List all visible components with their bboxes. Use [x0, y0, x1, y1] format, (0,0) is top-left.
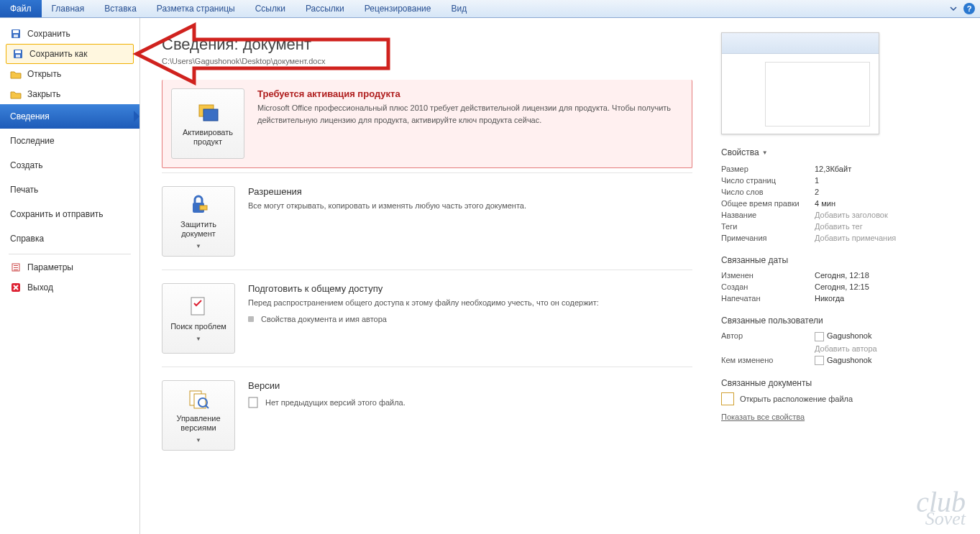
prop-words: Число слов2 — [721, 186, 966, 198]
sidebar-tab-help[interactable]: Справка — [0, 226, 139, 251]
dropdown-icon: ▼ — [762, 149, 768, 156]
open-file-location-label: Открыть расположение файла — [740, 395, 853, 403]
sidebar-open[interactable]: Открыть — [0, 64, 139, 84]
exit-icon — [10, 282, 22, 293]
svg-rect-1 — [13, 30, 19, 33]
tab-insert[interactable]: Вставка — [94, 0, 147, 17]
backstage-main: Сведения: документ C:\Users\Gagushonok\D… — [140, 18, 980, 534]
properties-heading[interactable]: Свойства ▼ — [721, 147, 966, 157]
sidebar-options-label: Параметры — [27, 262, 73, 272]
protect-document-button[interactable]: Защитить документ ▼ — [162, 186, 235, 257]
show-all-properties[interactable]: Показать все свойства — [721, 413, 805, 421]
sidebar-close[interactable]: Закрыть — [0, 84, 139, 104]
activate-icon — [196, 101, 219, 124]
thumbnail-ribbon — [722, 33, 879, 54]
author-name[interactable]: Gagushonok — [827, 331, 871, 340]
tab-references[interactable]: Ссылки — [245, 0, 296, 17]
document-path: C:\Users\Gagushonok\Desktop\документ.doc… — [162, 57, 692, 65]
prepare-body: Подготовить к общему доступу Перед распр… — [248, 283, 692, 354]
versions-text-row: Нет предыдущих версий этого файла. — [248, 397, 692, 408]
tab-home[interactable]: Главная — [42, 0, 95, 17]
prop-author: Автор Gagushonok — [721, 330, 966, 343]
sidebar-tab-recent[interactable]: Последние — [0, 129, 139, 153]
prop-title[interactable]: НазваниеДобавить заголовок — [721, 209, 966, 221]
thumbnail-page — [765, 62, 870, 126]
related-dates-heading: Связанные даты — [721, 255, 966, 265]
prop-comments[interactable]: ПримечанияДобавить примечания — [721, 232, 966, 244]
prop-edit-time: Общее время правки4 мин — [721, 198, 966, 209]
versions-icon — [187, 387, 210, 410]
sidebar-tab-new[interactable]: Создать — [0, 153, 139, 178]
properties-pane: Свойства ▼ Размер12,3Кбайт Число страниц… — [714, 18, 980, 534]
svg-rect-5 — [16, 55, 20, 57]
minimize-ribbon-icon[interactable] — [947, 2, 960, 15]
versions-doc-icon — [248, 397, 258, 408]
prepare-text: Перед распространением общего доступа к … — [248, 297, 692, 309]
tab-mailings[interactable]: Рассылки — [296, 0, 354, 17]
sidebar-save-as[interactable]: Сохранить как — [6, 44, 134, 64]
check-issues-button[interactable]: Поиск проблем ▼ — [162, 283, 235, 354]
permissions-title: Разрешения — [248, 186, 692, 197]
prop-add-author[interactable]: Добавить автора — [721, 343, 966, 354]
save-as-icon — [12, 48, 24, 60]
manage-versions-button[interactable]: Управление версиями ▼ — [162, 380, 235, 451]
person-icon — [815, 356, 824, 365]
activation-section: Активировать продукт Требуется активация… — [162, 80, 692, 168]
prop-tags[interactable]: ТегиДобавить тег — [721, 221, 966, 232]
permissions-section: Защитить документ ▼ Разрешения Все могут… — [162, 172, 692, 270]
prepare-section: Поиск проблем ▼ Подготовить к общему дос… — [162, 270, 692, 367]
sidebar-tab-print[interactable]: Печать — [0, 178, 139, 202]
modified-by-name[interactable]: Gagushonok — [827, 356, 871, 364]
options-icon — [10, 262, 22, 273]
check-issues-label: Поиск проблем — [170, 322, 226, 331]
properties-heading-label: Свойства — [721, 147, 759, 157]
prepare-title: Подготовить к общему доступу — [248, 283, 692, 294]
sidebar-tab-save-send[interactable]: Сохранить и отправить — [0, 202, 139, 226]
sidebar-close-label: Закрыть — [27, 89, 60, 99]
info-heading: Сведения: документ — [162, 35, 692, 54]
related-docs-heading: Связанные документы — [721, 378, 966, 388]
svg-rect-9 — [14, 270, 18, 270]
activation-title: Требуется активация продукта — [257, 88, 683, 99]
sidebar-tab-info[interactable]: Сведения — [0, 104, 139, 129]
prop-created: СозданСегодня, 12:15 — [721, 281, 966, 293]
svg-rect-2 — [14, 34, 18, 37]
sidebar-options[interactable]: Параметры — [0, 257, 139, 277]
sidebar-save-label: Сохранить — [27, 29, 70, 39]
prop-printed: НапечатанНикогда — [721, 293, 966, 304]
prepare-bullet: Свойства документа и имя автора — [248, 315, 692, 323]
activation-body: Требуется активация продукта Microsoft O… — [257, 88, 683, 159]
ribbon-controls: ? — [947, 0, 980, 17]
prop-modified: ИзмененСегодня, 12:18 — [721, 270, 966, 281]
save-icon — [10, 28, 22, 40]
versions-body: Версии Нет предыдущих версий этого файла… — [248, 380, 692, 451]
versions-title: Версии — [248, 380, 692, 391]
related-people-heading: Связанные пользователи — [721, 316, 966, 326]
help-icon[interactable]: ? — [963, 2, 976, 15]
close-folder-icon — [10, 88, 22, 100]
svg-rect-14 — [200, 206, 207, 210]
app-window: { "ribbon": { "tabs": ["Файл","Главная",… — [0, 0, 980, 534]
activate-product-button[interactable]: Активировать продукт — [171, 88, 244, 159]
svg-rect-7 — [14, 265, 18, 266]
person-icon — [815, 332, 824, 341]
svg-rect-8 — [14, 267, 18, 268]
tab-view[interactable]: Вид — [441, 0, 477, 17]
open-file-location[interactable]: Открыть расположение файла — [721, 392, 966, 405]
tab-review[interactable]: Рецензирование — [354, 0, 441, 17]
prop-size: Размер12,3Кбайт — [721, 163, 966, 175]
versions-section: Управление версиями ▼ Версии Нет предыду… — [162, 367, 692, 464]
sidebar-save[interactable]: Сохранить — [0, 24, 139, 44]
tab-page-layout[interactable]: Разметка страницы — [147, 0, 245, 17]
prop-pages: Число страниц1 — [721, 175, 966, 186]
prepare-bullet-text: Свойства документа и имя автора — [261, 315, 387, 323]
folder-icon — [721, 392, 734, 405]
bullet-icon — [248, 316, 254, 322]
sidebar-exit[interactable]: Выход — [0, 277, 139, 298]
tab-file[interactable]: Файл — [0, 0, 42, 17]
sidebar-save-as-label: Сохранить как — [29, 49, 87, 59]
document-thumbnail[interactable] — [721, 32, 879, 134]
dropdown-icon: ▼ — [196, 243, 201, 250]
svg-rect-15 — [191, 298, 204, 315]
check-issues-icon — [187, 295, 210, 318]
